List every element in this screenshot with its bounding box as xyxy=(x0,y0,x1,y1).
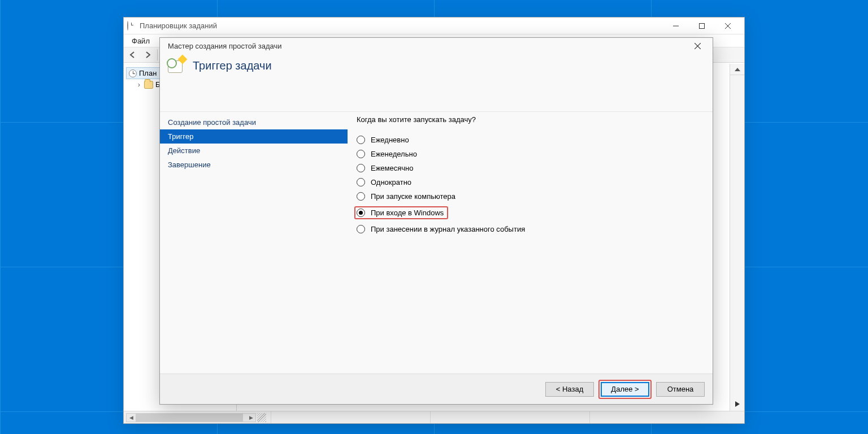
actions-pane-collapsed xyxy=(730,64,744,411)
tree-root-label: План xyxy=(139,69,157,77)
trigger-question: Когда вы хотите запускать задачу? xyxy=(357,115,704,124)
radio-icon xyxy=(357,136,365,144)
expand-actions-icon[interactable] xyxy=(730,397,744,411)
desktop: Планировщик заданий Файл xyxy=(0,0,868,434)
wizard-titlebar[interactable]: Мастер создания простой задачи xyxy=(160,38,713,53)
nav-forward-button[interactable] xyxy=(141,48,154,62)
radio-icon xyxy=(357,225,365,233)
menu-file[interactable]: Файл xyxy=(127,36,154,46)
radio-icon xyxy=(357,178,365,186)
wizard-header-text: Триггер задачи xyxy=(193,59,272,72)
scroll-up-icon[interactable] xyxy=(730,64,744,75)
radio-label: При входе в Windows xyxy=(371,209,444,217)
step-trigger[interactable]: Триггер xyxy=(160,129,348,144)
svg-rect-1 xyxy=(700,23,705,28)
wizard-steps: Создание простой задачи Триггер Действие… xyxy=(160,112,348,374)
back-button[interactable]: < Назад xyxy=(545,382,594,397)
radio-at-startup[interactable]: При запуске компьютера xyxy=(357,189,704,203)
step-action[interactable]: Действие xyxy=(160,144,348,158)
radio-icon xyxy=(357,150,365,158)
radio-one-time[interactable]: Однократно xyxy=(357,175,704,189)
radio-label: Однократно xyxy=(371,178,411,186)
radio-weekly[interactable]: Еженедельно xyxy=(357,147,704,161)
radio-label: Ежедневно xyxy=(371,136,409,144)
radio-label: Ежемесячно xyxy=(371,164,414,172)
app-icon xyxy=(127,21,136,31)
wizard-close-button[interactable] xyxy=(685,39,709,53)
radio-daily[interactable]: Ежедневно xyxy=(357,133,704,147)
cancel-button[interactable]: Отмена xyxy=(656,382,705,397)
tree-hscrollbar[interactable]: ◀▶ xyxy=(126,413,256,422)
nav-back-button[interactable] xyxy=(126,48,140,62)
window-title: Планировщик заданий xyxy=(140,21,217,30)
wizard-header: Триггер задачи xyxy=(160,53,713,88)
minimize-button[interactable] xyxy=(663,18,689,34)
scheduler-icon xyxy=(129,70,137,77)
wizard-title: Мастер создания простой задачи xyxy=(168,42,282,50)
radio-on-event[interactable]: При занесении в журнал указанного событи… xyxy=(357,222,704,236)
pane-resize-grip[interactable] xyxy=(257,413,266,422)
statusbar: ◀▶ xyxy=(124,411,744,423)
folder-icon xyxy=(144,81,153,89)
step-create-basic-task[interactable]: Создание простой задачи xyxy=(160,115,348,129)
annotation-highlight: Далее > xyxy=(598,380,652,399)
step-finish[interactable]: Завершение xyxy=(160,158,348,172)
radio-label: Еженедельно xyxy=(371,150,417,158)
next-button[interactable]: Далее > xyxy=(601,382,649,397)
radio-label: При занесении в журнал указанного событи… xyxy=(371,225,525,233)
radio-icon xyxy=(357,209,365,217)
radio-at-logon[interactable]: При входе в Windows xyxy=(357,203,704,222)
titlebar[interactable]: Планировщик заданий xyxy=(124,18,744,34)
maximize-button[interactable] xyxy=(689,18,715,34)
wizard-header-icon xyxy=(167,56,186,75)
radio-monthly[interactable]: Ежемесячно xyxy=(357,161,704,175)
wizard-footer: < Назад Далее > Отмена xyxy=(160,374,713,404)
wizard-content: Когда вы хотите запускать задачу? Ежедне… xyxy=(348,112,713,374)
create-basic-task-wizard: Мастер создания простой задачи Триггер з… xyxy=(159,37,713,405)
radio-label: При запуске компьютера xyxy=(371,192,455,201)
expand-icon[interactable]: › xyxy=(136,80,142,89)
radio-icon xyxy=(357,164,365,172)
close-button[interactable] xyxy=(715,18,741,34)
radio-icon xyxy=(357,192,365,201)
annotation-highlight: При входе в Windows xyxy=(354,206,448,219)
toolbar-separator xyxy=(157,49,158,60)
